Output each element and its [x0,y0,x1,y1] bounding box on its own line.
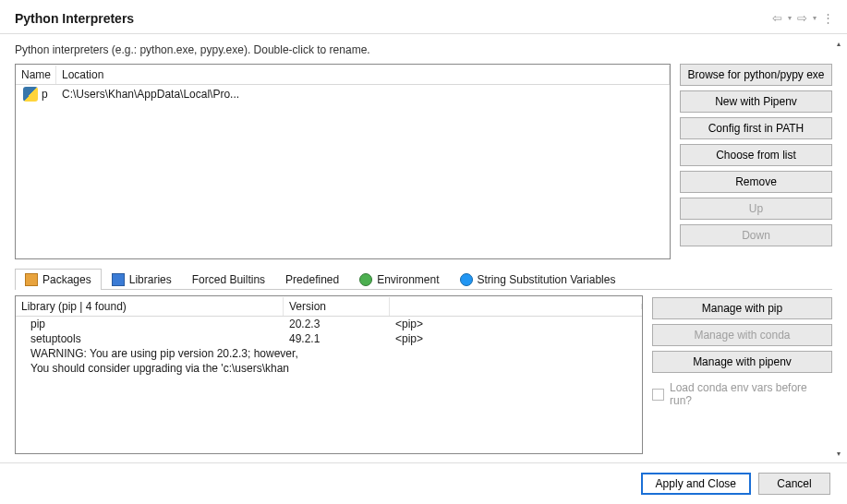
back-menu-icon[interactable]: ▾ [788,14,792,22]
col-spacer [390,304,642,309]
col-name-header[interactable]: Name [16,66,56,84]
page-title: Python Interpreters [15,11,134,26]
manage-pip-button[interactable]: Manage with pip [652,297,832,319]
dialog-footer: Apply and Close Cancel [0,462,847,504]
tab-libraries[interactable]: Libraries [102,269,182,290]
tab-label: Packages [42,273,91,286]
package-name: pip [30,318,289,330]
interpreter-location: C:\Users\Khan\AppData\Local\Pro... [62,88,666,101]
description-text: Python interpreters (e.g.: python.exe, p… [0,34,847,64]
cancel-button[interactable]: Cancel [758,473,830,495]
load-conda-checkbox[interactable]: Load conda env vars before run? [652,381,832,407]
scroll-up-icon[interactable]: ▴ [832,37,845,50]
down-button[interactable]: Down [680,224,832,246]
dialog-header: Python Interpreters ⇦ ▾ ⇨ ▾ ⋮ [0,0,847,34]
header-toolbar: ⇦ ▾ ⇨ ▾ ⋮ [772,11,832,25]
interpreter-actions: Browse for python/pypy exe New with Pipe… [680,64,832,259]
back-icon[interactable]: ⇦ [772,11,782,25]
remove-button[interactable]: Remove [680,171,832,193]
tab-label: Predefined [285,273,339,286]
browse-button[interactable]: Browse for python/pypy exe [680,64,832,86]
pip-warning-line2: You should consider upgrading via the 'c… [16,361,642,376]
tab-label: String Substitution Variables [478,273,616,286]
string-sub-icon [460,273,473,286]
environment-icon [359,273,372,286]
package-row[interactable]: pip 20.2.3 <pip> [16,317,642,331]
checkbox-icon[interactable] [652,389,664,401]
col-library-header[interactable]: Library (pip | 4 found) [16,297,284,316]
forward-icon[interactable]: ⇨ [797,11,807,25]
manage-pipenv-button[interactable]: Manage with pipenv [652,351,832,373]
col-location-header[interactable]: Location [56,66,670,84]
tab-label: Environment [377,273,439,286]
manage-conda-button[interactable]: Manage with conda [652,324,832,346]
tab-label: Libraries [129,273,172,286]
outer-scrollbar[interactable]: ▴ ▾ [832,37,847,460]
config-path-button[interactable]: Config first in PATH [680,117,832,139]
checkbox-label: Load conda env vars before run? [670,381,832,407]
new-pipenv-button[interactable]: New with Pipenv [680,90,832,113]
tab-packages[interactable]: Packages [15,269,102,290]
package-source: <pip> [395,332,636,345]
menu-icon[interactable]: ⋮ [822,11,832,25]
packages-table[interactable]: Library (pip | 4 found) Version pip 20.2… [15,295,643,454]
tab-string-substitution[interactable]: String Substitution Variables [450,269,626,290]
package-version: 49.2.1 [289,332,395,345]
package-name: setuptools [30,332,289,345]
tab-predefined[interactable]: Predefined [275,269,349,290]
col-version-header[interactable]: Version [284,297,390,316]
tab-forced-builtins[interactable]: Forced Builtins [182,269,275,290]
pip-warning-line1: WARNING: You are using pip version 20.2.… [16,346,642,361]
choose-list-button[interactable]: Choose from list [680,144,832,166]
lower-tabs: Packages Libraries Forced Builtins Prede… [15,269,832,290]
tab-label: Forced Builtins [192,273,265,286]
interpreter-table[interactable]: Name Location p C:\Users\Khan\AppData\Lo… [15,64,671,259]
package-source: <pip> [395,318,636,330]
interpreters-section: Name Location p C:\Users\Khan\AppData\Lo… [0,64,847,259]
python-icon [23,87,38,102]
interpreter-row[interactable]: p C:\Users\Khan\AppData\Local\Pro... [16,85,670,103]
packages-icon [25,273,38,286]
packages-section: Library (pip | 4 found) Version pip 20.2… [15,295,832,454]
package-version: 20.2.3 [289,318,395,330]
apply-close-button[interactable]: Apply and Close [641,473,751,495]
scroll-down-icon[interactable]: ▾ [832,447,845,460]
tab-environment[interactable]: Environment [349,269,449,290]
libraries-icon [112,273,125,286]
package-actions: Manage with pip Manage with conda Manage… [652,295,832,454]
package-row[interactable]: setuptools 49.2.1 <pip> [16,331,642,346]
forward-menu-icon[interactable]: ▾ [813,14,817,22]
up-button[interactable]: Up [680,198,832,220]
packages-header: Library (pip | 4 found) Version [16,296,642,317]
interpreter-name: p [42,88,62,101]
interpreter-table-header: Name Location [16,65,670,85]
